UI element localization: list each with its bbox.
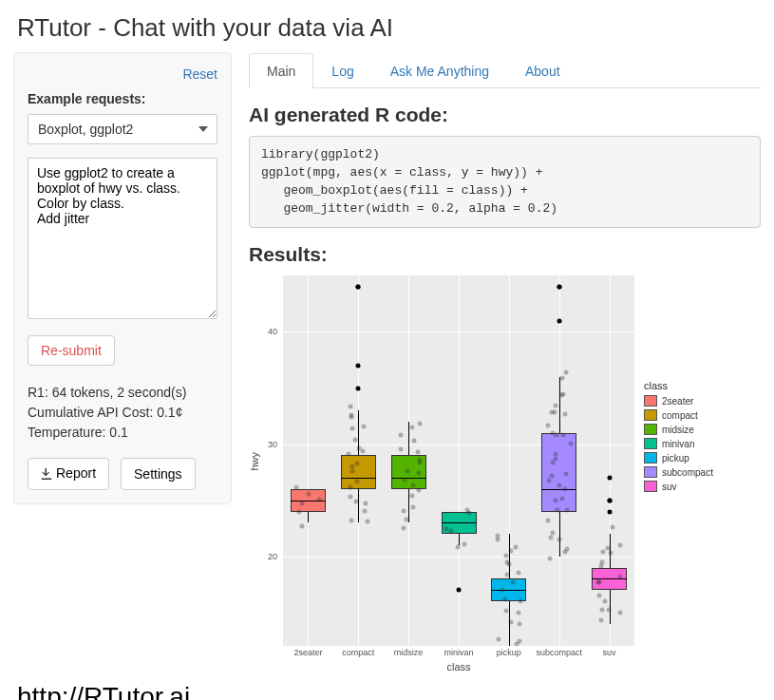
- y-tick-label: 20: [268, 552, 277, 561]
- page-title: RTutor - Chat with your data via AI: [0, 0, 774, 52]
- x-axis-label: class: [283, 661, 634, 672]
- download-icon: [41, 467, 52, 482]
- legend-label: pickup: [662, 453, 689, 464]
- legend-label: minivan: [662, 439, 694, 449]
- example-select[interactable]: Boxplot, ggplot2: [28, 114, 217, 144]
- x-tick-label: subcompact: [534, 648, 584, 657]
- legend-swatch: [644, 424, 657, 435]
- legend-item: midsize: [644, 424, 713, 435]
- legend-label: compact: [662, 410, 698, 421]
- legend-item: 2seater: [644, 395, 713, 407]
- x-tick-label: midsize: [384, 648, 434, 657]
- tab-about[interactable]: About: [507, 53, 578, 88]
- stat-temp: Temperature: 0.1: [28, 423, 217, 443]
- legend-item: suv: [644, 481, 713, 492]
- legend-swatch: [644, 452, 657, 464]
- legend-item: pickup: [644, 452, 713, 464]
- y-axis-label: hwy: [249, 452, 260, 471]
- report-label: Report: [56, 465, 96, 481]
- legend-swatch: [644, 481, 657, 492]
- tab-main[interactable]: Main: [249, 53, 313, 88]
- examples-label: Example requests:: [28, 91, 217, 106]
- prompt-textarea[interactable]: [28, 158, 217, 319]
- code-heading: AI generated R code:: [249, 104, 761, 126]
- tab-log[interactable]: Log: [313, 53, 371, 88]
- code-block: library(ggplot2) ggplot(mpg, aes(x = cla…: [249, 136, 761, 228]
- legend-item: minivan: [644, 438, 713, 449]
- x-tick-label: pickup: [483, 648, 534, 657]
- legend-label: 2seater: [662, 396, 693, 407]
- legend-swatch: [644, 466, 657, 478]
- legend-title: class: [644, 380, 713, 391]
- resubmit-button[interactable]: Re-submit: [28, 335, 115, 366]
- x-tick-label: minivan: [434, 648, 484, 657]
- tabs: MainLogAsk Me AnythingAbout: [249, 52, 761, 88]
- tab-ask-me-anything[interactable]: Ask Me Anything: [372, 53, 507, 88]
- legend-swatch: [644, 409, 657, 421]
- reset-link[interactable]: Reset: [28, 66, 217, 82]
- legend-label: subcompact: [662, 467, 713, 478]
- legend-swatch: [644, 438, 657, 449]
- stat-tokens: R1: 64 tokens, 2 second(s): [28, 383, 217, 403]
- footer-url: http://RTutor.ai: [0, 672, 774, 700]
- results-plot: hwy 203040 2seatercompactmidsizeminivanp…: [249, 275, 761, 672]
- legend-item: compact: [644, 409, 713, 421]
- report-button[interactable]: Report: [28, 458, 109, 490]
- x-tick-label: compact: [333, 648, 384, 657]
- sidebar: Reset Example requests: Boxplot, ggplot2…: [13, 52, 232, 504]
- x-tick-label: suv: [584, 648, 634, 657]
- settings-button[interactable]: Settings: [121, 458, 196, 490]
- legend-item: subcompact: [644, 466, 713, 478]
- x-tick-label: 2seater: [283, 648, 333, 657]
- results-heading: Results:: [249, 243, 761, 266]
- legend-label: midsize: [662, 425, 694, 435]
- boxplot-box: [341, 455, 376, 488]
- main-panel: MainLogAsk Me AnythingAbout AI generated…: [249, 52, 761, 672]
- stat-cost: Cumulative API Cost: 0.1¢: [28, 403, 217, 423]
- legend-swatch: [644, 395, 657, 407]
- y-tick-label: 40: [268, 327, 277, 336]
- legend-label: suv: [662, 482, 677, 492]
- y-tick-label: 30: [268, 440, 277, 449]
